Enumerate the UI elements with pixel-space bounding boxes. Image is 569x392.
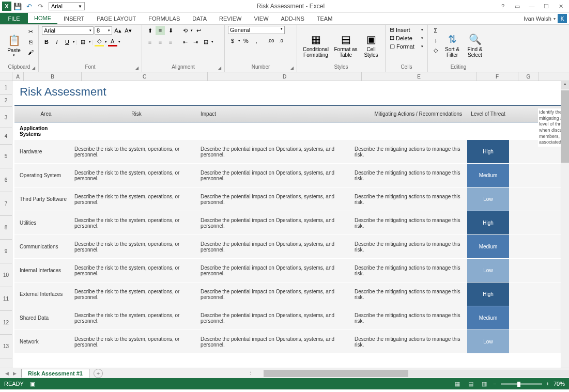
cell-area[interactable]: Network (14, 339, 72, 344)
tab-prev-icon[interactable]: ◀ (3, 370, 10, 377)
cell-area[interactable]: Operating System (14, 173, 72, 178)
zoom-out-button[interactable]: − (493, 381, 496, 387)
cell-risk[interactable]: Describe the risk to the system, operati… (72, 312, 198, 324)
font-name-combo[interactable]: Arial▾ (42, 26, 94, 35)
column-header-C[interactable]: C (82, 72, 208, 81)
cell-mitigating[interactable]: Describe the mitigating actions to manag… (352, 336, 467, 348)
scroll-thumb[interactable] (561, 90, 569, 163)
undo-icon[interactable]: ↶ (24, 1, 34, 11)
cell-threat[interactable]: High (467, 211, 509, 234)
font-color-icon[interactable]: A (108, 37, 117, 46)
cell-mitigating[interactable]: Describe the mitigating actions to manag… (352, 194, 467, 205)
merge-icon[interactable]: ⊟ (201, 37, 210, 46)
sort-filter-button[interactable]: ⇅ Sort & Filter (441, 26, 463, 64)
maximize-button[interactable]: ☐ (540, 1, 552, 11)
cell-impact[interactable]: Describe the potential impact on Operati… (198, 217, 352, 229)
ribbon-tab-data[interactable]: DATA (186, 13, 213, 24)
bold-button[interactable]: B (42, 37, 51, 46)
percent-icon[interactable]: % (241, 36, 251, 45)
user-name[interactable]: Ivan Walsh (524, 15, 551, 22)
file-tab[interactable]: FILE (0, 13, 28, 24)
cell-area[interactable]: Internal Interfaces (14, 268, 72, 273)
cell-risk[interactable]: Describe the risk to the system, operati… (72, 336, 198, 348)
horizontal-scrollbar[interactable] (264, 370, 569, 377)
ribbon-tab-home[interactable]: HOME (28, 13, 57, 24)
zoom-slider[interactable] (501, 383, 542, 385)
row-header-5[interactable]: 5 (0, 145, 12, 168)
ribbon-tab-add-ins[interactable]: ADD-INS (275, 13, 311, 24)
cell-area[interactable]: Shared Data (14, 315, 72, 321)
number-format-combo[interactable]: General▾ (228, 26, 285, 34)
row-header-13[interactable]: 13 (0, 335, 12, 358)
cell-mitigating[interactable]: Describe the mitigating actions to manag… (352, 312, 467, 324)
select-all-corner[interactable] (0, 72, 12, 81)
column-header-G[interactable]: G (518, 72, 539, 81)
cell-area[interactable]: Third Party Software (14, 196, 72, 202)
split-handle-icon[interactable]: ⋮ (248, 370, 253, 377)
cell-threat[interactable]: Medium (467, 306, 509, 330)
sheet-content[interactable]: Risk Assessment Area Risk Impact Mitigat… (12, 81, 569, 368)
italic-button[interactable]: I (52, 37, 61, 46)
format-painter-icon[interactable]: 🖌 (26, 48, 35, 57)
orientation-icon[interactable]: ⟲ (180, 26, 190, 35)
row-header-7[interactable]: 7 (0, 192, 12, 216)
fill-color-icon[interactable]: ◇ (95, 37, 104, 46)
cell-impact[interactable]: Describe the potential impact on Operati… (198, 336, 352, 348)
wrap-text-icon[interactable]: ↩ (194, 26, 203, 35)
column-header-D[interactable]: D (208, 72, 362, 81)
save-icon[interactable]: 💾 (12, 1, 23, 11)
dialog-launcher-icon[interactable]: ◢ (290, 66, 296, 71)
row-header-12[interactable]: 12 (0, 311, 12, 335)
cell-risk[interactable]: Describe the risk to the system, operati… (72, 265, 198, 276)
page-break-view-icon[interactable]: ▥ (480, 380, 489, 387)
dialog-launcher-icon[interactable]: ◢ (135, 66, 141, 71)
align-bottom-icon[interactable]: ⬇ (166, 26, 175, 35)
cell-threat[interactable]: Low (467, 187, 509, 211)
column-header-F[interactable]: F (476, 72, 518, 81)
align-top-icon[interactable]: ⬆ (145, 26, 155, 35)
copy-icon[interactable]: ⎘ (26, 37, 35, 46)
decrease-indent-icon[interactable]: ⇤ (180, 37, 190, 46)
align-left-icon[interactable]: ≡ (145, 37, 155, 46)
cell-impact[interactable]: Describe the potential impact on Operati… (198, 194, 352, 205)
row-header-9[interactable]: 9 (0, 240, 12, 263)
minimize-button[interactable]: — (526, 1, 538, 11)
row-header-10[interactable]: 10 (0, 263, 12, 287)
format-as-table-button[interactable]: ▤ Format as Table (332, 26, 359, 64)
cell-risk[interactable]: Describe the risk to the system, operati… (72, 289, 198, 300)
scroll-up-icon[interactable]: ▴ (561, 81, 569, 89)
zoom-level[interactable]: 70% (553, 381, 565, 387)
row-header-8[interactable]: 8 (0, 216, 12, 240)
zoom-in-button[interactable]: + (546, 381, 549, 387)
conditional-formatting-button[interactable]: ▦ Conditional Formatting (300, 26, 331, 64)
cell-risk[interactable]: Describe the risk to the system, operati… (72, 194, 198, 205)
row-header-11[interactable]: 11 (0, 287, 12, 311)
cell-mitigating[interactable]: Describe the mitigating actions to manag… (352, 146, 467, 158)
cell-threat[interactable]: Low (467, 259, 509, 282)
macro-record-icon[interactable]: ▣ (30, 381, 35, 387)
chevron-down-icon[interactable]: ▾ (553, 17, 556, 21)
cell-impact[interactable]: Describe the potential impact on Operati… (198, 146, 352, 158)
fill-icon[interactable]: ↓ (431, 36, 440, 45)
font-size-combo[interactable]: 8▾ (95, 26, 112, 35)
qat-font-combo[interactable]: Arial ▼ (49, 2, 85, 10)
cell-mitigating[interactable]: Describe the mitigating actions to manag… (352, 217, 467, 229)
ribbon-options-icon[interactable]: ▭ (511, 1, 524, 11)
comma-icon[interactable]: , (252, 36, 261, 45)
align-right-icon[interactable]: ≡ (166, 37, 175, 46)
accounting-icon[interactable]: $ (228, 36, 237, 45)
increase-indent-icon[interactable]: ⇥ (191, 37, 200, 46)
cell-threat[interactable]: High (467, 283, 509, 306)
ribbon-tab-view[interactable]: VIEW (248, 13, 274, 24)
cell-threat[interactable]: High (467, 140, 509, 163)
cell-area[interactable]: External Interfaces (14, 291, 72, 297)
underline-button[interactable]: U (63, 37, 72, 46)
decrease-decimal-icon[interactable]: .0 (276, 36, 286, 45)
cell-area[interactable]: Communications (14, 244, 72, 249)
cell-risk[interactable]: Describe the risk to the system, operati… (72, 217, 198, 229)
ribbon-tab-page-layout[interactable]: PAGE LAYOUT (90, 13, 142, 24)
cell-risk[interactable]: Describe the risk to the system, operati… (72, 170, 198, 181)
align-middle-icon[interactable]: ≡ (156, 26, 165, 35)
normal-view-icon[interactable]: ▦ (453, 380, 462, 387)
ribbon-tab-insert[interactable]: INSERT (57, 13, 90, 24)
